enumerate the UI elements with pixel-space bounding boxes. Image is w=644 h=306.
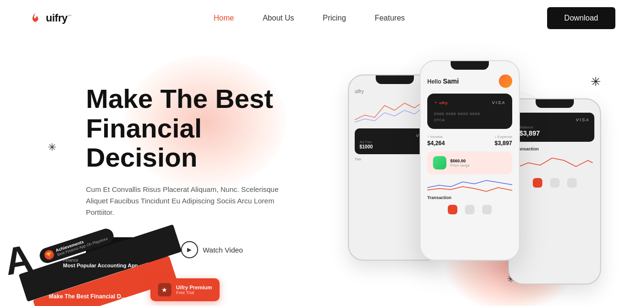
income-value: $4,264 xyxy=(427,140,445,147)
pr-balance-label: Balance xyxy=(519,125,590,129)
card-visa: VISA xyxy=(492,100,506,105)
pr-bottom-nav xyxy=(515,175,594,190)
nav-item-about[interactable]: About Us xyxy=(263,14,294,22)
premium-label: Uifry Premium xyxy=(176,285,212,290)
pl-fee-label: Ad Fee xyxy=(359,140,430,144)
phone-notch-right xyxy=(536,99,574,108)
phone-right-screen: VISA Balance $3,897 Transaction xyxy=(509,99,600,284)
strip-title: Most Popular Accounting App xyxy=(63,263,138,268)
phone-right: VISA Balance $3,897 Transaction xyxy=(508,98,601,285)
pr-txn-label: Transaction xyxy=(515,147,594,151)
svg-point-0 xyxy=(34,21,37,22)
download-button[interactable]: Download xyxy=(547,7,615,29)
flame-icon xyxy=(29,11,42,25)
balance-row: ↑ Income $4,264 ↓ Expense $3,897 xyxy=(427,135,512,147)
navbar: uifry™ Home About Us Pricing Features Do… xyxy=(0,0,644,36)
expense-item: ↓ Expense $3,897 xyxy=(495,135,512,147)
phone-header: Hello Sami xyxy=(427,74,512,88)
card-logo: uifry xyxy=(434,100,447,105)
hero-section: ✳ ✳ ✳ Make The Best Financial Decision C… xyxy=(0,36,644,306)
brand-logo[interactable]: uifry™ xyxy=(29,11,72,25)
phone-notch-left xyxy=(376,75,414,84)
card-number: 0000 0000 0000 0000 xyxy=(434,112,506,116)
mini-chart xyxy=(427,178,512,192)
user-avatar xyxy=(499,74,512,88)
phone-notch-center xyxy=(451,61,489,70)
hero-title: Make The Best Financial Decision xyxy=(86,84,315,172)
strip-category: Finance xyxy=(63,258,138,263)
expense-value: $3,897 xyxy=(495,140,512,147)
trophy-icon: 🏆 xyxy=(43,249,55,261)
phone-card: uifry VISA 0000 0000 0000 0000 OTCA xyxy=(427,94,512,129)
phone-center: Hello Sami uifry VISA xyxy=(420,60,520,261)
pr-chart xyxy=(515,153,594,172)
pl-fee-value: $1000 xyxy=(359,144,430,149)
award-section: A 🏆 Achievements Best Finance App On Pla… xyxy=(29,206,210,292)
nav-dot-2 xyxy=(465,205,475,214)
star-top-right-icon: ✳ xyxy=(591,74,601,89)
income-item: ↑ Income $4,264 xyxy=(427,135,445,147)
card-holder: OTCA xyxy=(434,118,506,122)
phone-mockups: uifry VISA Ad Fee $1000 Txn $3,897 xyxy=(338,55,615,304)
pr-nav-dot-2 xyxy=(550,178,560,188)
nav-dot-1 xyxy=(448,205,457,214)
phone-bottom-nav xyxy=(427,202,512,217)
pr-visa: VISA xyxy=(519,117,590,122)
premium-sub: Free Trial xyxy=(176,290,212,295)
nav-dot-3 xyxy=(482,205,492,214)
star-award-icon: ★ xyxy=(158,283,171,296)
txn-icon xyxy=(433,156,446,169)
nav-item-home[interactable]: Home xyxy=(213,14,234,22)
pr-amount: $3,897 xyxy=(519,129,590,137)
diagonal-text: Make The Best Financial D... xyxy=(34,293,140,300)
txn-subtitle: Price range xyxy=(450,163,470,168)
pr-nav-dot-3 xyxy=(567,178,577,188)
nav-item-features[interactable]: Features xyxy=(375,14,405,22)
pl-visa: VISA xyxy=(359,133,430,138)
nav-links: Home About Us Pricing Features xyxy=(213,14,405,22)
transaction-highlight: $560.00 Price range xyxy=(427,151,512,174)
brand-name: uifry™ xyxy=(46,12,72,24)
txn-label: Transaction xyxy=(427,195,512,200)
nav-item-pricing[interactable]: Pricing xyxy=(323,14,346,22)
pr-nav-dot-1 xyxy=(533,178,542,188)
award-card: ★ Uifry Premium Free Trial xyxy=(150,278,220,301)
phone-center-screen: Hello Sami uifry VISA xyxy=(421,61,519,260)
star-left-icon: ✳ xyxy=(48,141,56,154)
pr-card: VISA Balance $3,897 xyxy=(515,113,594,142)
txn-amount: $560.00 xyxy=(450,158,470,163)
phone-greeting: Hello Sami xyxy=(427,77,459,85)
